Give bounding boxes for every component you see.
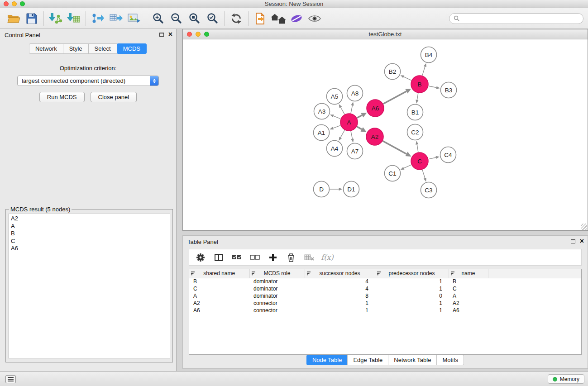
cell-predecessor-nodes[interactable]: 1 — [375, 278, 449, 285]
graph-edge-C-C2[interactable] — [417, 144, 418, 152]
graph-edge-C-C4[interactable] — [429, 157, 436, 159]
graph-edge-B-B2[interactable] — [404, 77, 411, 81]
add-button[interactable] — [266, 251, 280, 264]
graph-edge-A-A5[interactable] — [340, 107, 344, 114]
resize-grip[interactable] — [581, 224, 587, 230]
column-header-name[interactable]: name — [449, 269, 488, 278]
delete-table-button[interactable] — [302, 251, 316, 264]
graph-edge-B-B3[interactable] — [429, 86, 436, 88]
graph-node-C2[interactable]: C2 — [407, 124, 423, 140]
cell-name[interactable]: A2 — [449, 300, 488, 307]
cell-successor-nodes[interactable]: 4 — [305, 285, 375, 292]
graph-edge-A-A1[interactable] — [333, 125, 341, 128]
graph-edge-A-A7[interactable] — [351, 131, 353, 139]
graph-edge-A2-C[interactable] — [383, 141, 406, 154]
graph-node-C[interactable]: C — [411, 152, 428, 170]
cell-shared-name[interactable]: C — [189, 285, 249, 292]
export-network-button[interactable] — [89, 9, 107, 28]
minimize-window-button[interactable] — [12, 1, 17, 6]
graph-node-A2[interactable]: A2 — [366, 128, 383, 145]
cell-mcds-role[interactable]: connector — [249, 307, 305, 314]
graph-node-A[interactable]: A — [340, 114, 358, 131]
function-builder-button[interactable]: f(x) — [320, 251, 335, 264]
network-close-button[interactable] — [187, 32, 192, 37]
control-panel-float-button[interactable] — [159, 33, 164, 37]
zoom-selected-button[interactable] — [203, 9, 221, 28]
delete-button[interactable] — [284, 251, 298, 264]
table-panel-float-button[interactable] — [571, 239, 575, 243]
column-header-successor-nodes[interactable]: successor nodes — [305, 269, 375, 278]
graph-node-A8[interactable]: A8 — [347, 86, 363, 101]
close-window-button[interactable] — [4, 1, 9, 6]
save-session-button[interactable] — [23, 9, 41, 28]
column-header-mcds-role[interactable]: MCDS role — [249, 269, 305, 278]
table-panel-close-button[interactable]: × — [580, 237, 584, 245]
graph-node-A5[interactable]: A5 — [327, 89, 343, 105]
zoom-fit-button[interactable] — [185, 9, 203, 28]
criterion-dropdown[interactable]: largest connected component (directed) — [17, 76, 159, 86]
network-window-titlebar[interactable]: testGlobe.txt — [183, 29, 588, 39]
tab-mcds[interactable]: MCDS — [117, 43, 147, 54]
apply-layout-button[interactable] — [227, 9, 245, 28]
cell-shared-name[interactable]: A6 — [189, 307, 249, 314]
cell-mcds-role[interactable]: dominator — [249, 278, 305, 285]
graph-node-B3[interactable]: B3 — [441, 82, 457, 98]
cell-name[interactable]: B — [449, 278, 488, 285]
cell-successor-nodes[interactable]: 8 — [305, 292, 375, 300]
cell-mcds-role[interactable]: connector — [249, 300, 305, 307]
column-header-shared-name[interactable]: shared name — [189, 269, 249, 278]
graph-edge-A-A2[interactable] — [357, 127, 362, 129]
panel-menu-button[interactable] — [5, 375, 16, 383]
graph-node-B4[interactable]: B4 — [421, 47, 437, 63]
tab-motifs[interactable]: Motifs — [436, 355, 464, 365]
graph-node-A7[interactable]: A7 — [347, 143, 363, 159]
tab-network-table[interactable]: Network Table — [388, 355, 437, 365]
graph-node-D[interactable]: D — [314, 181, 330, 197]
tab-style[interactable]: Style — [63, 43, 89, 54]
graph-edge-A6-B[interactable] — [383, 91, 406, 104]
graph-edge-C-C1[interactable] — [404, 165, 411, 168]
vizmapper-button[interactable] — [287, 9, 306, 28]
cell-successor-nodes[interactable]: 1 — [305, 307, 375, 314]
select-all-rows-button[interactable] — [229, 251, 244, 264]
graph-edge-B-B1[interactable] — [417, 93, 418, 100]
tab-select[interactable]: Select — [88, 43, 117, 54]
cell-name[interactable]: C — [449, 285, 488, 292]
graph-node-B1[interactable]: B1 — [407, 105, 423, 120]
graph-node-D1[interactable]: D1 — [344, 181, 359, 197]
graph-node-A1[interactable]: A1 — [314, 125, 330, 141]
column-header-predecessor-nodes[interactable]: predecessor nodes — [375, 269, 449, 278]
open-network-file-button[interactable] — [251, 9, 269, 28]
cell-name[interactable]: A6 — [449, 307, 488, 314]
graph-edge-B-B4[interactable] — [422, 67, 425, 76]
export-image-button[interactable] — [125, 9, 143, 28]
graph-node-A3[interactable]: A3 — [314, 104, 330, 119]
network-canvas[interactable]: B4B2BB3A5A8A6B1A3AC2A1A2A4A7C4CC1C3DD1 — [183, 39, 588, 230]
cell-predecessor-nodes[interactable]: 1 — [375, 285, 449, 292]
cell-predecessor-nodes[interactable]: 1 — [375, 307, 449, 314]
graph-edge-A-A6[interactable] — [357, 115, 362, 118]
graph-edge-C-C3[interactable] — [422, 170, 425, 178]
graph-edge-A-A3[interactable] — [334, 116, 341, 119]
tab-edge-table[interactable]: Edge Table — [347, 355, 388, 365]
cell-mcds-role[interactable]: dominator — [249, 285, 305, 292]
network-graph[interactable]: B4B2BB3A5A8A6B1A3AC2A1A2A4A7C4CC1C3DD1 — [183, 39, 588, 230]
close-panel-button[interactable]: Close panel — [91, 92, 137, 102]
import-table-button[interactable] — [65, 9, 83, 28]
graph-node-A6[interactable]: A6 — [367, 100, 384, 117]
show-graphics-details-button[interactable] — [306, 9, 324, 28]
cell-name[interactable]: A — [449, 292, 488, 300]
show-all-networks-button[interactable] — [269, 9, 287, 28]
network-minimize-button[interactable] — [196, 32, 201, 37]
show-columns-button[interactable] — [211, 251, 226, 264]
graph-node-A4[interactable]: A4 — [327, 141, 343, 157]
graph-node-B[interactable]: B — [411, 76, 428, 93]
zoom-in-button[interactable] — [149, 9, 167, 28]
cell-predecessor-nodes[interactable]: 0 — [375, 292, 449, 300]
graph-node-C1[interactable]: C1 — [385, 166, 401, 181]
graph-edge-A-A4[interactable] — [340, 130, 344, 138]
search-input[interactable] — [462, 15, 579, 22]
cell-shared-name[interactable]: A2 — [189, 300, 249, 307]
cell-successor-nodes[interactable]: 1 — [305, 300, 375, 307]
control-panel-close-button[interactable]: × — [168, 30, 172, 38]
